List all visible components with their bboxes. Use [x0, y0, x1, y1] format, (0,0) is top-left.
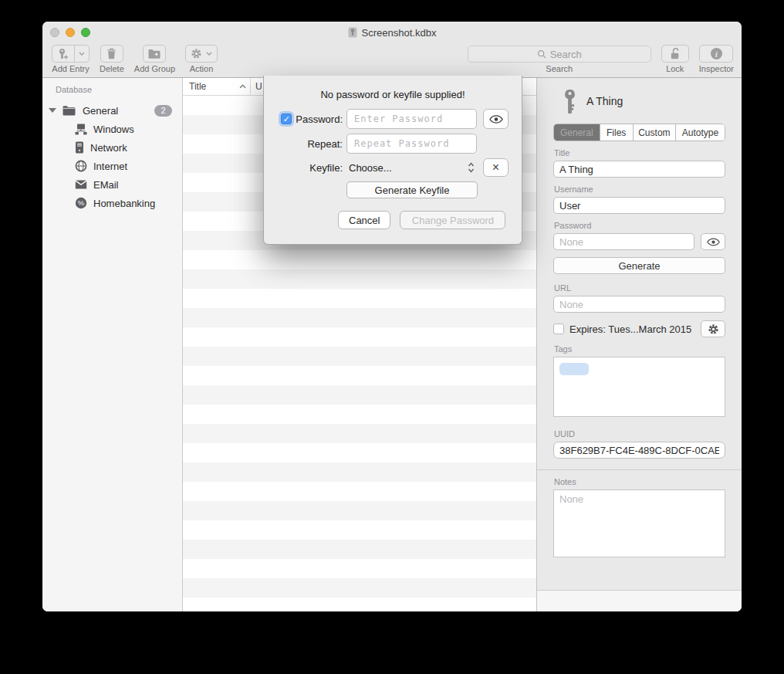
password-checkbox[interactable]: ✓ — [281, 113, 292, 124]
keyfile-label: Keyfile: — [309, 162, 343, 174]
notes-label: Notes — [554, 477, 725, 486]
change-password-button[interactable]: Change Password — [400, 211, 505, 229]
uuid-label: UUID — [554, 429, 725, 439]
delete-item: Delete — [100, 45, 124, 73]
cancel-button[interactable]: Cancel — [338, 211, 390, 229]
reveal-password-button[interactable] — [483, 109, 509, 129]
url-label: URL — [554, 283, 725, 293]
sidebar-section-header: Database — [42, 85, 182, 94]
sidebar-item-internet[interactable]: Internet — [42, 157, 182, 175]
enter-password-input[interactable] — [346, 109, 477, 129]
reveal-password-button[interactable] — [701, 233, 725, 250]
entry-count-badge: 2 — [154, 105, 172, 117]
svg-text:%: % — [78, 198, 85, 207]
search-label: Search — [546, 64, 573, 73]
inspector-tabs: General Files Custom Autotype — [553, 124, 725, 141]
document-icon — [348, 27, 357, 38]
info-icon: i — [711, 48, 722, 59]
search-input[interactable]: Search — [468, 46, 651, 63]
lock-label: Lock — [666, 64, 684, 73]
traffic-lights — [50, 28, 90, 37]
close-button[interactable] — [50, 28, 59, 37]
popup-stepper-icon — [468, 162, 475, 173]
title-label: Title — [554, 148, 725, 157]
column-header-username[interactable]: U — [251, 81, 262, 92]
trash-icon — [106, 48, 117, 59]
sidebar-item-label: Internet — [93, 161, 127, 172]
sidebar-item-windows[interactable]: Windows — [42, 120, 182, 138]
action-item: Action — [185, 45, 218, 73]
tab-general[interactable]: General — [554, 124, 600, 141]
tags-label: Tags — [554, 344, 725, 354]
server-icon — [75, 141, 84, 154]
chevron-down-icon — [206, 52, 212, 56]
add-entry-button[interactable] — [52, 45, 90, 63]
change-password-sheet: No password or keyfile supplied! ✓ Passw… — [263, 76, 522, 245]
action-button[interactable] — [185, 45, 218, 63]
uuid-field[interactable] — [553, 442, 725, 459]
repeat-row: Repeat: — [264, 134, 522, 154]
password-label: Password: — [296, 113, 343, 125]
password-label: Password — [554, 221, 725, 230]
unlock-icon — [669, 47, 681, 60]
window-title-text: Screenshot.kdbx — [362, 27, 437, 39]
key-plus-icon — [52, 46, 74, 62]
tab-files[interactable]: Files — [600, 124, 634, 141]
tab-autotype[interactable]: Autotype — [676, 124, 725, 141]
keyfile-popup[interactable]: Choose... — [346, 162, 477, 174]
generate-keyfile-button[interactable]: Generate Keyfile — [346, 181, 478, 198]
chevron-down-icon — [79, 52, 85, 56]
add-group-label: Add Group — [134, 64, 175, 73]
toolbar-left-group: Add Entry Delete Add Gro — [52, 45, 218, 77]
column-username-label: U — [255, 81, 262, 92]
add-entry-dropdown[interactable] — [74, 46, 89, 62]
sidebar-item-network[interactable]: Network — [42, 138, 182, 157]
titlebar: Screenshot.kdbx — [42, 22, 742, 43]
sidebar-item-label: Windows — [93, 124, 134, 135]
tags-field[interactable] — [553, 357, 725, 417]
notes-field[interactable] — [553, 489, 725, 557]
minimize-button[interactable] — [66, 28, 75, 37]
expires-label: Expires: Tues...March 2015 — [569, 323, 691, 335]
lock-button[interactable] — [661, 45, 689, 63]
expires-checkbox[interactable] — [553, 323, 564, 334]
search-placeholder: Search — [550, 49, 582, 60]
key-icon — [563, 90, 577, 113]
sidebar-item-general[interactable]: General 2 — [42, 101, 182, 120]
password-field[interactable] — [553, 233, 694, 250]
inspector-button[interactable]: i — [699, 45, 733, 63]
toolbar: Add Entry Delete Add Gro — [42, 43, 742, 78]
sidebar-item-label: Network — [90, 142, 127, 154]
search-icon — [537, 49, 546, 59]
add-group-button[interactable] — [143, 45, 166, 63]
action-label: Action — [190, 64, 214, 73]
zoom-button[interactable] — [81, 28, 90, 37]
clear-icon: × — [492, 161, 499, 174]
generate-password-button[interactable]: Generate — [553, 257, 725, 274]
sidebar-item-homebanking[interactable]: % Homebanking — [42, 194, 182, 212]
repeat-password-input[interactable] — [346, 134, 477, 154]
tab-custom[interactable]: Custom — [634, 124, 676, 141]
window-title: Screenshot.kdbx — [348, 27, 437, 39]
clear-keyfile-button[interactable]: × — [483, 158, 509, 177]
delete-label: Delete — [100, 64, 124, 73]
sidebar-item-email[interactable]: EMail — [42, 175, 182, 194]
password-row: ✓ Password: — [264, 109, 522, 129]
sort-ascending-icon — [239, 84, 246, 89]
tag-token[interactable] — [559, 363, 589, 375]
username-field[interactable] — [553, 197, 725, 214]
disclosure-triangle-icon[interactable] — [49, 108, 56, 113]
delete-button[interactable] — [100, 45, 123, 63]
url-field[interactable] — [553, 296, 725, 313]
divider — [537, 469, 742, 470]
expires-row: Expires: Tues...March 2015 — [553, 320, 725, 337]
expires-settings-button[interactable] — [701, 320, 725, 337]
envelope-icon — [75, 180, 87, 189]
keyfile-row: Keyfile: Choose... × — [264, 158, 522, 177]
globe-icon — [75, 160, 87, 172]
username-label: Username — [554, 185, 725, 194]
gear-icon — [708, 323, 719, 335]
column-header-title[interactable]: Title — [183, 78, 251, 95]
sheet-actions: Cancel Change Password — [338, 211, 522, 229]
title-field[interactable] — [553, 161, 725, 178]
